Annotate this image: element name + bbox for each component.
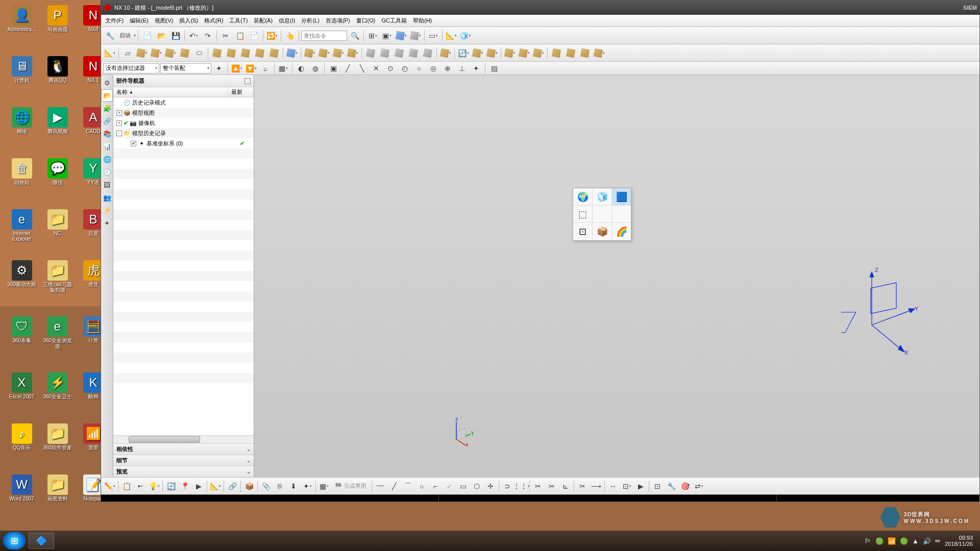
navigator-undock-button[interactable] (244, 78, 251, 84)
sketch-point-button[interactable]: • (134, 480, 147, 493)
split-body-button[interactable] (378, 46, 391, 60)
col-latest[interactable]: 最新 (228, 87, 254, 97)
pattern-feature-button[interactable] (439, 46, 452, 60)
offset-region-button[interactable] (578, 46, 592, 60)
tray-network-icon[interactable]: 📶 (888, 537, 896, 545)
rectangle-button[interactable]: ▭ (456, 480, 470, 493)
desktop-icon[interactable]: 📁画图资料 (41, 474, 74, 502)
offset-button[interactable] (393, 46, 406, 60)
chamfer-button[interactable]: ⟋ (443, 480, 456, 493)
menu-item[interactable]: GC工具箱 (378, 16, 410, 26)
cylinder-button[interactable]: ⬭ (192, 46, 206, 60)
quick-pick-icon[interactable]: ▤ (487, 62, 501, 75)
resource-tab-assembly[interactable]: 🧩 (102, 102, 113, 114)
snap-oncurve-icon[interactable]: ◎ (427, 62, 440, 75)
tray-app-icon[interactable]: 🟢 (900, 537, 908, 545)
resource-tab-settings[interactable]: ⚙ (102, 77, 113, 89)
thicken-button[interactable] (421, 46, 434, 60)
snap-tangent-icon[interactable]: ⊕ (441, 62, 454, 75)
desktop-icon[interactable]: 🌐网络 (5, 107, 38, 134)
more-syn-button[interactable] (593, 46, 606, 60)
sketch-constraints-button[interactable]: 📐 (209, 480, 222, 493)
unite-button[interactable] (285, 46, 299, 60)
groove-button[interactable] (253, 46, 266, 60)
menu-item[interactable]: 窗口(O) (353, 16, 379, 26)
arc-button[interactable]: ⌒ (401, 480, 414, 493)
trim-recipe-button[interactable]: ✂ (576, 480, 589, 493)
window-layout-button[interactable]: ⊞ (366, 29, 379, 42)
graphics-viewport[interactable]: 🌍 🧊 🟦 ⬚ ⊡ 📦 🌈 (254, 75, 979, 477)
touch-mode-button[interactable]: 👆 (283, 29, 297, 42)
desktop-icon[interactable]: 📁三维cad习题集扫描 (41, 260, 74, 293)
copy-button[interactable]: 📋 (233, 29, 247, 42)
desktop-icon[interactable]: e360安全浏览器 (41, 316, 74, 349)
menu-item[interactable]: 分析(L) (298, 16, 322, 26)
sketch-orient-button[interactable]: ▶ (192, 480, 205, 493)
snap-mid-icon[interactable]: ╱ (341, 62, 354, 75)
offset-curve-button[interactable]: ⊃ (501, 480, 514, 493)
view-wireframe-icon[interactable] (612, 206, 631, 222)
desktop-icon[interactable]: 📁360软件管家 (41, 423, 74, 450)
resource-tab-more[interactable]: ✦ (102, 217, 113, 229)
navigator-tree[interactable]: 🕘历史记录模式+📦模型视图+✔📷摄像机-📁模型历史记录✔✦基准坐标系 (0)✔ (113, 97, 254, 435)
draft-button[interactable] (332, 46, 345, 60)
make-symmetric-button[interactable]: ▶ (634, 480, 647, 493)
start-dropdown[interactable]: 🔧 (103, 29, 116, 42)
undo-button[interactable]: ↶ (187, 29, 200, 42)
profile-button[interactable]: 〰 (374, 480, 387, 493)
view-face-analysis-icon[interactable]: 🌈 (612, 223, 631, 240)
desktop-icon[interactable]: XExcel 2007 (5, 372, 38, 399)
sketch-intersect-button[interactable]: ✦ (301, 480, 314, 493)
search-icon[interactable]: 🔍 (348, 29, 361, 42)
desktop-icon[interactable]: WWord 2007 (5, 474, 38, 502)
fit-button[interactable]: ▣ (380, 29, 394, 42)
sketch-project-button[interactable]: ⬇ (287, 480, 300, 493)
rib-button[interactable] (267, 46, 281, 60)
col-name[interactable]: 名称▲ (113, 87, 228, 97)
line-button[interactable]: ╱ (387, 480, 401, 493)
orient-button[interactable] (395, 29, 408, 42)
resource-tab-hd3d[interactable]: 📊 (102, 140, 113, 153)
open-button[interactable]: 📂 (155, 29, 168, 42)
edge-blend-button[interactable] (303, 46, 316, 60)
menu-item[interactable]: 帮助(H) (410, 16, 435, 26)
menu-item[interactable]: 视图(V) (152, 16, 177, 26)
extrude-button[interactable] (135, 46, 149, 60)
section-preview[interactable]: 预览⌄ (113, 466, 254, 477)
desktop-icon[interactable]: 👤Administra... (5, 5, 38, 32)
repeat-button[interactable]: 🔁 (265, 29, 279, 42)
revolve-button[interactable] (150, 46, 163, 60)
quick-extend-button[interactable]: ✂ (545, 480, 558, 493)
snap-quadrant-icon[interactable]: ◴ (398, 62, 411, 75)
navigator-hscroll[interactable] (113, 435, 254, 443)
polygon-button[interactable]: ⬡ (470, 480, 483, 493)
tree-row[interactable]: -📁模型历史记录 (113, 128, 254, 138)
render-style-button[interactable] (409, 29, 422, 42)
snap-intersect-icon[interactable]: ✕ (370, 62, 383, 75)
desktop-icon[interactable]: P写画画题 (41, 5, 74, 32)
resource-tab-reuse[interactable]: 📚 (102, 128, 113, 140)
tray-shield-icon[interactable]: 🟢 (875, 537, 884, 545)
snap-existing-icon[interactable]: ○ (412, 62, 426, 75)
tray-up-icon[interactable]: ▲ (912, 537, 919, 545)
quick-trim-button[interactable]: ✂ (531, 480, 545, 493)
resize-button[interactable] (518, 46, 531, 60)
snap-pole-icon[interactable]: ✦ (470, 62, 483, 75)
tree-row[interactable]: +✔📷摄像机 (113, 118, 254, 128)
cut-button[interactable]: ✂ (219, 29, 232, 42)
desktop-icon[interactable]: 💬微信 (41, 158, 74, 185)
sel-general-button[interactable]: ✦ (212, 62, 226, 75)
view-shaded-icon[interactable]: 🟦 (612, 188, 631, 205)
rapid-dim-button[interactable]: ↔ (606, 480, 620, 493)
menu-item[interactable]: 文件(F) (102, 16, 127, 26)
trim-body-button[interactable] (364, 46, 377, 60)
sel-intent-button[interactable]: 🔼 (230, 62, 243, 75)
sketch-in-task-button[interactable]: ✏️ (103, 480, 116, 493)
move-face-button[interactable] (503, 46, 517, 60)
resource-tab-browser[interactable]: 🌐 (102, 153, 113, 165)
menu-item[interactable]: 编辑(E) (127, 16, 152, 26)
menu-item[interactable]: 装配(A) (251, 16, 276, 26)
pattern-curve-button[interactable]: ⋮⋮ (514, 480, 528, 493)
circle-button[interactable]: ○ (415, 480, 428, 493)
menu-item[interactable]: 格式(R) (201, 16, 226, 26)
